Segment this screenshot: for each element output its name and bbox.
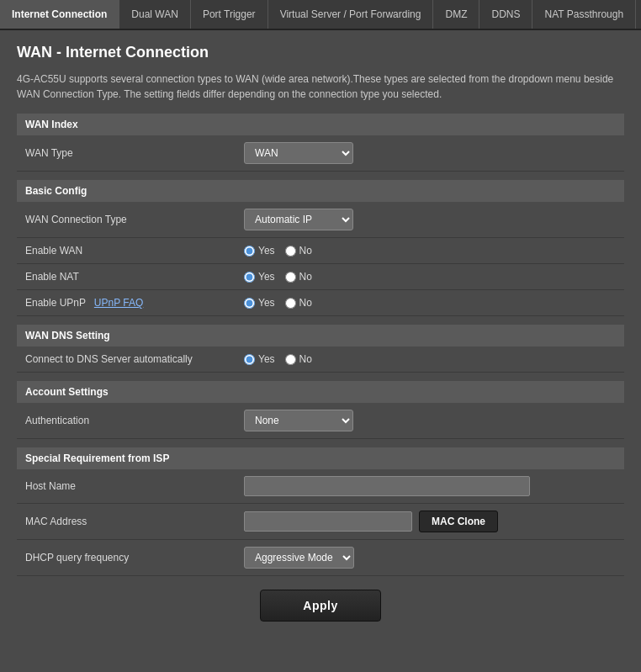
tab-ddns[interactable]: DDNS	[479, 0, 532, 29]
wan-connection-type-row: WAN Connection Type Automatic IP	[17, 202, 624, 238]
wan-connection-type-cell: Automatic IP	[236, 202, 624, 238]
enable-wan-yes-radio[interactable]	[244, 246, 255, 257]
dns-auto-label: Connect to DNS Server automatically	[17, 347, 236, 373]
account-settings-header: Account Settings	[17, 381, 624, 403]
enable-upnp-yes-label[interactable]: Yes	[244, 297, 275, 309]
wan-dns-section: WAN DNS Setting Connect to DNS Server au…	[17, 325, 624, 373]
page-description: 4G-AC55U supports several connection typ…	[17, 71, 624, 102]
wan-type-cell: WAN	[236, 135, 624, 172]
wan-type-row: WAN Type WAN	[17, 135, 624, 172]
dns-yes-radio[interactable]	[244, 354, 255, 365]
special-isp-header: Special Requirement from ISP	[17, 447, 624, 469]
enable-upnp-row: Enable UPnP UPnP FAQ Yes No	[17, 290, 624, 316]
wan-connection-type-label: WAN Connection Type	[17, 202, 236, 238]
authentication-select[interactable]: None	[244, 410, 353, 431]
enable-wan-radio-group: Yes No	[244, 245, 616, 257]
enable-upnp-yes-radio[interactable]	[244, 298, 255, 309]
dns-no-radio[interactable]	[285, 354, 296, 365]
mac-clone-button[interactable]: MAC Clone	[419, 511, 498, 532]
enable-upnp-label: Enable UPnP	[25, 297, 86, 309]
dns-auto-row: Connect to DNS Server automatically Yes …	[17, 347, 624, 373]
mac-address-cell: MAC Clone	[236, 504, 624, 540]
enable-nat-yes-label[interactable]: Yes	[244, 271, 275, 283]
enable-wan-row: Enable WAN Yes No	[17, 238, 624, 264]
dns-auto-cell: Yes No	[236, 347, 624, 373]
enable-wan-yes-label[interactable]: Yes	[244, 245, 275, 257]
tab-port-trigger[interactable]: Port Trigger	[191, 0, 268, 29]
authentication-cell: None	[236, 403, 624, 439]
wan-connection-type-select[interactable]: Automatic IP	[244, 209, 353, 230]
wan-type-select[interactable]: WAN	[244, 142, 353, 164]
dns-auto-radio-group: Yes No	[244, 353, 616, 365]
wan-type-label: WAN Type	[17, 135, 236, 172]
host-name-cell	[236, 469, 624, 504]
main-content: WAN - Internet Connection 4G-AC55U suppo…	[0, 30, 641, 643]
enable-upnp-radio-group: Yes No	[244, 297, 616, 309]
enable-wan-no-label[interactable]: No	[285, 245, 312, 257]
enable-upnp-no-label[interactable]: No	[285, 297, 312, 309]
dhcp-row: DHCP query frequency Aggressive Mode	[17, 540, 624, 576]
enable-nat-no-radio[interactable]	[285, 272, 296, 283]
enable-nat-no-label[interactable]: No	[285, 271, 312, 283]
dhcp-label: DHCP query frequency	[17, 540, 236, 576]
upnp-faq-link[interactable]: UPnP FAQ	[94, 297, 143, 309]
enable-nat-row: Enable NAT Yes No	[17, 264, 624, 290]
account-settings-section: Account Settings Authentication None	[17, 381, 624, 439]
wan-index-header: WAN Index	[17, 114, 624, 135]
enable-upnp-cell: Yes No	[236, 290, 624, 316]
host-name-row: Host Name	[17, 469, 624, 504]
wan-index-section: WAN Index WAN Type WAN	[17, 114, 624, 172]
enable-wan-label: Enable WAN	[17, 238, 236, 264]
enable-upnp-no-radio[interactable]	[285, 298, 296, 309]
host-name-input[interactable]	[244, 476, 530, 496]
enable-nat-radio-group: Yes No	[244, 271, 616, 283]
tab-nat-passthrough[interactable]: NAT Passthrough	[532, 0, 636, 29]
apply-button[interactable]: Apply	[260, 590, 380, 622]
tab-virtual-server[interactable]: Virtual Server / Port Forwarding	[268, 0, 434, 29]
authentication-row: Authentication None	[17, 403, 624, 439]
mac-address-input[interactable]	[244, 511, 412, 532]
mac-row-container: MAC Clone	[244, 511, 616, 532]
host-name-label: Host Name	[17, 469, 236, 504]
basic-config-header: Basic Config	[17, 180, 624, 202]
wan-dns-header: WAN DNS Setting	[17, 325, 624, 347]
enable-nat-cell: Yes No	[236, 264, 624, 290]
enable-nat-yes-radio[interactable]	[244, 272, 255, 283]
tab-dual-wan[interactable]: Dual WAN	[119, 0, 191, 29]
dhcp-select[interactable]: Aggressive Mode	[244, 547, 354, 569]
tab-bar: Internet Connection Dual WAN Port Trigge…	[0, 0, 641, 30]
dns-no-label[interactable]: No	[285, 353, 312, 365]
enable-wan-no-radio[interactable]	[285, 246, 296, 257]
special-isp-section: Special Requirement from ISP Host Name M…	[17, 447, 624, 576]
mac-address-row: MAC Address MAC Clone	[17, 504, 624, 540]
apply-section: Apply	[17, 590, 624, 630]
authentication-label: Authentication	[17, 403, 236, 439]
tab-internet-connection[interactable]: Internet Connection	[0, 0, 119, 29]
dhcp-cell: Aggressive Mode	[236, 540, 624, 576]
dns-yes-label[interactable]: Yes	[244, 353, 275, 365]
tab-dmz[interactable]: DMZ	[433, 0, 479, 29]
enable-wan-cell: Yes No	[236, 238, 624, 264]
enable-upnp-label-cell: Enable UPnP UPnP FAQ	[17, 290, 236, 316]
enable-nat-label: Enable NAT	[17, 264, 236, 290]
page-title: WAN - Internet Connection	[17, 44, 624, 61]
basic-config-section: Basic Config WAN Connection Type Automat…	[17, 180, 624, 316]
mac-address-label: MAC Address	[17, 504, 236, 540]
